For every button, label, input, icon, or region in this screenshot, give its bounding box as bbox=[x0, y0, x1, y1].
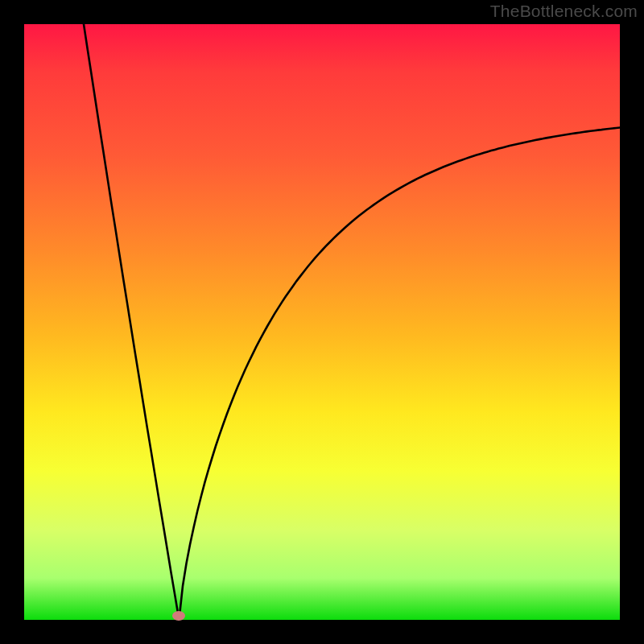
minimum-marker-icon bbox=[172, 611, 185, 621]
curve-line bbox=[84, 24, 620, 620]
chart-frame: TheBottleneck.com bbox=[0, 0, 644, 644]
plot-area bbox=[24, 24, 620, 620]
attribution-label: TheBottleneck.com bbox=[490, 2, 638, 21]
bottleneck-curve bbox=[24, 24, 620, 620]
